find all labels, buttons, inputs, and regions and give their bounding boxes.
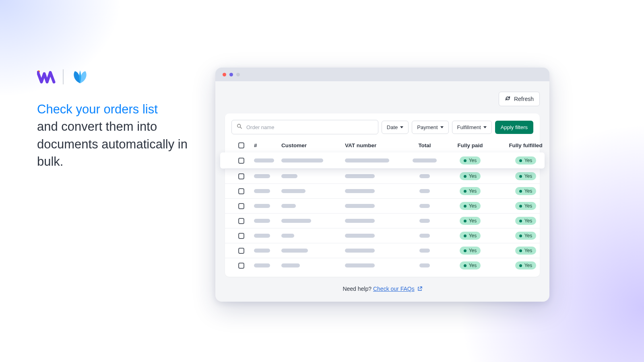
cell-vat-placeholder bbox=[345, 158, 389, 162]
cell-num-placeholder bbox=[254, 204, 270, 208]
window-titlebar bbox=[215, 68, 549, 81]
caret-down-icon bbox=[483, 126, 487, 128]
fulfilled-badge-label: Yes bbox=[524, 218, 533, 224]
row-checkbox[interactable] bbox=[238, 218, 244, 224]
search-box[interactable] bbox=[231, 120, 378, 134]
caret-down-icon bbox=[400, 126, 403, 128]
cell-vat-placeholder bbox=[345, 189, 375, 193]
row-checkbox[interactable] bbox=[238, 158, 244, 164]
traffic-light-zoom-icon[interactable] bbox=[236, 73, 240, 76]
status-dot-icon bbox=[464, 205, 466, 208]
table-row[interactable]: YesYes bbox=[225, 169, 540, 183]
table-row[interactable]: YesYes bbox=[220, 152, 545, 169]
row-checkbox[interactable] bbox=[238, 188, 244, 194]
fulfilled-badge-label: Yes bbox=[524, 263, 533, 268]
cell-total-placeholder bbox=[419, 249, 430, 253]
status-dot-icon bbox=[519, 220, 522, 222]
paid-badge: Yes bbox=[460, 156, 481, 165]
filter-payment-label: Payment bbox=[417, 124, 438, 130]
refresh-label: Refresh bbox=[514, 96, 534, 102]
cell-num-placeholder bbox=[254, 189, 270, 193]
status-dot-icon bbox=[519, 159, 522, 162]
search-input[interactable] bbox=[246, 124, 373, 130]
caret-down-icon bbox=[440, 126, 444, 128]
status-dot-icon bbox=[464, 175, 466, 178]
th-fulfilled: Fully fulfilled bbox=[500, 142, 549, 148]
table-row[interactable]: YesYes bbox=[225, 213, 540, 228]
paid-badge-label: Yes bbox=[469, 188, 477, 194]
status-dot-icon bbox=[464, 220, 466, 222]
cell-num-placeholder bbox=[254, 234, 270, 238]
cell-total-placeholder bbox=[419, 189, 430, 193]
cell-vat-placeholder bbox=[345, 219, 375, 223]
cell-vat-placeholder bbox=[345, 234, 375, 238]
cell-num-placeholder bbox=[254, 249, 270, 253]
th-total: Total bbox=[409, 142, 441, 148]
filter-fulfillment-label: Fulfillment bbox=[457, 124, 481, 130]
status-dot-icon bbox=[519, 264, 522, 267]
status-dot-icon bbox=[519, 205, 522, 208]
apply-filters-button[interactable]: Apply filters bbox=[495, 121, 533, 134]
paid-badge: Yes bbox=[460, 187, 481, 195]
app-window: Refresh Date Payment bbox=[215, 68, 549, 302]
fulfilled-badge: Yes bbox=[515, 202, 537, 210]
marketing-copy: Check your orders list and convert them … bbox=[37, 69, 198, 171]
table-row[interactable]: YesYes bbox=[225, 183, 540, 198]
table-row[interactable]: YesYes bbox=[225, 228, 540, 243]
paid-badge: Yes bbox=[460, 172, 481, 180]
fulfilled-badge-label: Yes bbox=[524, 158, 533, 163]
row-checkbox[interactable] bbox=[238, 173, 244, 179]
paid-badge-label: Yes bbox=[469, 173, 477, 179]
cell-vat-placeholder bbox=[345, 174, 375, 178]
status-dot-icon bbox=[464, 264, 466, 267]
status-dot-icon bbox=[464, 249, 466, 252]
row-checkbox[interactable] bbox=[238, 233, 244, 239]
table-row[interactable]: YesYes bbox=[225, 243, 540, 258]
cell-total-placeholder bbox=[419, 174, 430, 178]
traffic-light-close-icon[interactable] bbox=[223, 73, 226, 76]
cell-customer-placeholder bbox=[281, 158, 323, 162]
status-dot-icon bbox=[519, 249, 522, 252]
refresh-button[interactable]: Refresh bbox=[499, 92, 540, 106]
filter-payment[interactable]: Payment bbox=[412, 121, 448, 134]
orders-panel: Date Payment Fulfillment Apply filters #… bbox=[225, 113, 540, 277]
row-checkbox[interactable] bbox=[238, 263, 244, 269]
paid-badge-label: Yes bbox=[469, 263, 477, 268]
table-row[interactable]: YesYes bbox=[225, 198, 540, 213]
cell-customer-placeholder bbox=[281, 189, 305, 193]
traffic-light-minimize-icon[interactable] bbox=[229, 73, 233, 76]
status-dot-icon bbox=[464, 159, 466, 162]
help-link[interactable]: Check our FAQs bbox=[373, 286, 415, 292]
paid-badge-label: Yes bbox=[469, 158, 477, 163]
paid-badge-label: Yes bbox=[469, 248, 477, 253]
paid-badge-label: Yes bbox=[469, 218, 477, 224]
select-all-checkbox[interactable] bbox=[238, 142, 244, 148]
row-checkbox[interactable] bbox=[238, 203, 244, 209]
cell-customer-placeholder bbox=[281, 249, 308, 253]
table-header: # Customer VAT number Total Fully paid F… bbox=[225, 140, 540, 152]
search-icon bbox=[237, 123, 246, 131]
cell-total-placeholder bbox=[419, 204, 430, 208]
headline: Check your orders list and convert them … bbox=[37, 101, 198, 171]
fulfilled-badge-label: Yes bbox=[524, 248, 533, 253]
cell-customer-placeholder bbox=[281, 263, 300, 267]
filter-date-label: Date bbox=[387, 124, 398, 130]
filter-date[interactable]: Date bbox=[382, 121, 409, 134]
headline-highlight: Check your orders list bbox=[37, 102, 158, 116]
fulfilled-badge: Yes bbox=[515, 156, 537, 165]
row-checkbox[interactable] bbox=[238, 248, 244, 254]
th-vat: VAT number bbox=[345, 142, 405, 148]
paid-badge: Yes bbox=[460, 261, 481, 269]
fulfilled-badge: Yes bbox=[515, 232, 537, 240]
paid-badge-label: Yes bbox=[469, 233, 477, 239]
filter-fulfillment[interactable]: Fulfillment bbox=[452, 121, 492, 134]
logo-plant-icon bbox=[71, 70, 89, 84]
external-link-icon bbox=[416, 286, 422, 292]
cell-customer-placeholder bbox=[281, 234, 294, 238]
help-row: Need help? Check our FAQs bbox=[225, 286, 540, 292]
table-row[interactable]: YesYes bbox=[225, 258, 540, 273]
cell-num-placeholder bbox=[254, 174, 270, 178]
fulfilled-badge: Yes bbox=[515, 261, 537, 269]
headline-rest: and convert them into documents automati… bbox=[37, 119, 188, 169]
cell-vat-placeholder bbox=[345, 204, 375, 208]
